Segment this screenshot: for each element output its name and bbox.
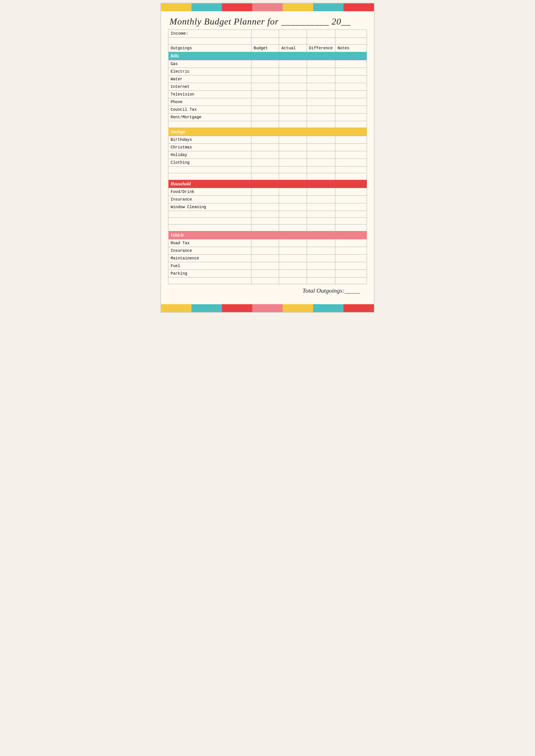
col-diff-cell[interactable] bbox=[307, 83, 335, 91]
col-actual-cell[interactable] bbox=[279, 203, 307, 211]
col-name-empty[interactable] bbox=[168, 224, 251, 231]
col-diff-cell[interactable] bbox=[307, 106, 335, 113]
col-diff-cell[interactable] bbox=[307, 60, 335, 68]
col-budget-cell[interactable] bbox=[251, 106, 279, 113]
col-diff-cell[interactable] bbox=[307, 91, 335, 98]
col-budget-cell[interactable] bbox=[251, 270, 279, 277]
col-notes-empty[interactable] bbox=[335, 218, 367, 224]
col-diff-cell[interactable] bbox=[307, 196, 335, 203]
col-diff-empty[interactable] bbox=[307, 166, 335, 173]
col-diff-cell[interactable] bbox=[307, 247, 335, 255]
col-notes-empty[interactable] bbox=[335, 166, 367, 173]
income-notes[interactable] bbox=[335, 30, 367, 38]
col-diff-empty[interactable] bbox=[307, 121, 335, 128]
col-notes-empty[interactable] bbox=[335, 121, 367, 128]
col-budget-cell[interactable] bbox=[251, 113, 279, 121]
col-notes-cell[interactable] bbox=[335, 75, 367, 83]
col-notes-cell[interactable] bbox=[335, 255, 367, 262]
col-diff-cell[interactable] bbox=[307, 75, 335, 83]
col-diff-cell[interactable] bbox=[307, 188, 335, 196]
col-name-empty[interactable] bbox=[168, 121, 251, 128]
col-diff-cell[interactable] bbox=[307, 68, 335, 75]
col-notes-cell[interactable] bbox=[335, 247, 367, 255]
col-budget-cell[interactable] bbox=[251, 159, 279, 166]
col-actual-empty[interactable] bbox=[279, 218, 307, 224]
col-budget-empty[interactable] bbox=[251, 211, 279, 218]
col-name-empty[interactable] bbox=[168, 277, 251, 284]
col-notes-cell[interactable] bbox=[335, 262, 367, 270]
col-notes-cell[interactable] bbox=[335, 203, 367, 211]
col-actual-empty[interactable] bbox=[279, 166, 307, 173]
col-actual-cell[interactable] bbox=[279, 113, 307, 121]
col-budget-cell[interactable] bbox=[251, 136, 279, 144]
income-budget[interactable] bbox=[251, 30, 279, 38]
col-budget-cell[interactable] bbox=[251, 91, 279, 98]
col-diff-cell[interactable] bbox=[307, 270, 335, 277]
col-diff-cell[interactable] bbox=[307, 159, 335, 166]
col-actual-cell[interactable] bbox=[279, 83, 307, 91]
income-actual[interactable] bbox=[279, 30, 307, 38]
col-actual-cell[interactable] bbox=[279, 262, 307, 270]
col-diff-empty[interactable] bbox=[307, 211, 335, 218]
col-diff-cell[interactable] bbox=[307, 98, 335, 106]
col-name-empty[interactable] bbox=[168, 166, 251, 173]
col-notes-cell[interactable] bbox=[335, 188, 367, 196]
col-budget-cell[interactable] bbox=[251, 98, 279, 106]
col-actual-cell[interactable] bbox=[279, 60, 307, 68]
col-diff-cell[interactable] bbox=[307, 262, 335, 270]
col-budget-cell[interactable] bbox=[251, 239, 279, 247]
col-diff-cell[interactable] bbox=[307, 144, 335, 151]
col-notes-cell[interactable] bbox=[335, 98, 367, 106]
income-diff[interactable] bbox=[307, 30, 335, 38]
col-name-empty[interactable] bbox=[168, 211, 251, 218]
col-notes-cell[interactable] bbox=[335, 68, 367, 75]
col-actual-cell[interactable] bbox=[279, 159, 307, 166]
col-notes-empty[interactable] bbox=[335, 277, 367, 284]
col-actual-empty[interactable] bbox=[279, 121, 307, 128]
col-notes-cell[interactable] bbox=[335, 106, 367, 113]
col-actual-cell[interactable] bbox=[279, 98, 307, 106]
col-budget-cell[interactable] bbox=[251, 203, 279, 211]
col-actual-cell[interactable] bbox=[279, 196, 307, 203]
col-budget-cell[interactable] bbox=[251, 255, 279, 262]
col-actual-cell[interactable] bbox=[279, 91, 307, 98]
col-notes-cell[interactable] bbox=[335, 270, 367, 277]
col-actual-cell[interactable] bbox=[279, 144, 307, 151]
col-name-empty[interactable] bbox=[168, 218, 251, 224]
col-notes-cell[interactable] bbox=[335, 136, 367, 144]
col-notes-cell[interactable] bbox=[335, 151, 367, 159]
col-budget-empty[interactable] bbox=[251, 218, 279, 224]
col-actual-cell[interactable] bbox=[279, 239, 307, 247]
col-budget-empty[interactable] bbox=[251, 277, 279, 284]
col-name-empty[interactable] bbox=[168, 173, 251, 180]
col-actual-cell[interactable] bbox=[279, 68, 307, 75]
col-notes-cell[interactable] bbox=[335, 113, 367, 121]
col-actual-cell[interactable] bbox=[279, 247, 307, 255]
col-budget-cell[interactable] bbox=[251, 262, 279, 270]
col-diff-cell[interactable] bbox=[307, 239, 335, 247]
col-actual-cell[interactable] bbox=[279, 188, 307, 196]
col-diff-cell[interactable] bbox=[307, 255, 335, 262]
col-actual-cell[interactable] bbox=[279, 136, 307, 144]
col-diff-cell[interactable] bbox=[307, 113, 335, 121]
col-diff-cell[interactable] bbox=[307, 151, 335, 159]
col-diff-cell[interactable] bbox=[307, 136, 335, 144]
col-notes-cell[interactable] bbox=[335, 239, 367, 247]
col-budget-cell[interactable] bbox=[251, 247, 279, 255]
col-budget-empty[interactable] bbox=[251, 121, 279, 128]
col-budget-cell[interactable] bbox=[251, 68, 279, 75]
col-budget-empty[interactable] bbox=[251, 166, 279, 173]
col-notes-cell[interactable] bbox=[335, 196, 367, 203]
col-diff-cell[interactable] bbox=[307, 203, 335, 211]
col-diff-empty[interactable] bbox=[307, 224, 335, 231]
col-actual-cell[interactable] bbox=[279, 106, 307, 113]
col-notes-cell[interactable] bbox=[335, 83, 367, 91]
col-budget-cell[interactable] bbox=[251, 196, 279, 203]
col-notes-cell[interactable] bbox=[335, 159, 367, 166]
col-budget-cell[interactable] bbox=[251, 188, 279, 196]
col-budget-empty[interactable] bbox=[251, 224, 279, 231]
col-budget-cell[interactable] bbox=[251, 151, 279, 159]
col-diff-empty[interactable] bbox=[307, 218, 335, 224]
col-actual-empty[interactable] bbox=[279, 277, 307, 284]
col-budget-cell[interactable] bbox=[251, 144, 279, 151]
